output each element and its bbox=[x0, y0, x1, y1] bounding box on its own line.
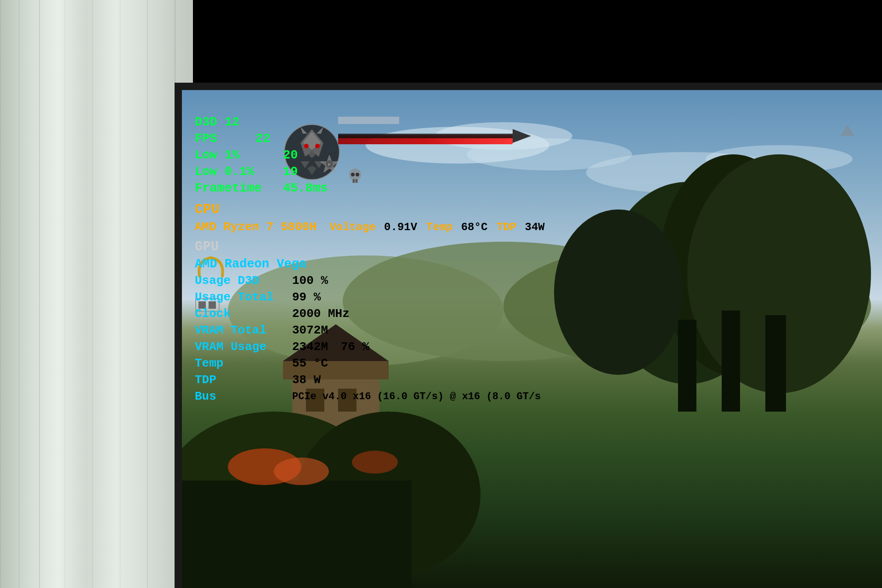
frametime-row: Frametime 45.8ms bbox=[195, 181, 545, 195]
fps-value: 22 bbox=[255, 132, 270, 146]
bus-row: Bus PCIe v4.0 x16 (16.0 GT/s) @ x16 (8.0… bbox=[195, 390, 545, 403]
low01-value: 19 bbox=[283, 165, 298, 179]
low1-value: 20 bbox=[283, 148, 298, 162]
gpu-temp-row: Temp 55 °C bbox=[195, 356, 545, 370]
scene: P bbox=[0, 0, 882, 588]
low01-label: Low 0.1% bbox=[195, 165, 277, 179]
gpu-header-row: GPU bbox=[195, 239, 545, 254]
vram-total-row: VRAM Total 3072M bbox=[195, 323, 545, 337]
low1-label: Low 1% bbox=[195, 148, 277, 162]
vram-usage-label: VRAM Usage bbox=[195, 340, 287, 354]
cpu-tdp-label: TDP bbox=[497, 221, 516, 233]
frametime-label: Frametime bbox=[195, 181, 277, 195]
gpu-temp-value: 55 °C bbox=[292, 356, 328, 370]
gpu-name: AMD Radeon Vega bbox=[195, 257, 306, 271]
hud-overlay: P bbox=[182, 90, 882, 588]
svg-rect-0 bbox=[0, 0, 193, 588]
gpu-temp-label: Temp bbox=[195, 356, 287, 370]
vram-total-label: VRAM Total bbox=[195, 323, 287, 337]
usage-total-row: Usage Total 99 % bbox=[195, 290, 545, 304]
voltage-value: 0.91V bbox=[384, 221, 417, 233]
clock-row: Clock 2000 MHz bbox=[195, 307, 545, 321]
svg-marker-58 bbox=[840, 125, 855, 136]
up-arrow-icon bbox=[838, 123, 857, 144]
fps-label: FPS bbox=[195, 132, 250, 146]
gpu-name-row: AMD Radeon Vega bbox=[195, 257, 545, 271]
vram-usage-value: 2342M bbox=[292, 340, 328, 354]
cpu-tdp-value: 34W bbox=[525, 221, 545, 233]
cpu-temp-value: 68°C bbox=[461, 221, 488, 233]
clock-value: 2000 MHz bbox=[292, 307, 350, 321]
cpu-name: AMD Ryzen 7 5800H bbox=[195, 220, 317, 234]
clock-label: Clock bbox=[195, 307, 287, 321]
cpu-name-row: AMD Ryzen 7 5800H Voltage 0.91V Temp 68°… bbox=[195, 220, 545, 234]
gpu-header: GPU bbox=[195, 239, 219, 254]
usage-d3d-row: Usage D3D 100 % bbox=[195, 274, 545, 288]
usage-total-label: Usage Total bbox=[195, 290, 287, 304]
bus-label: Bus bbox=[195, 390, 287, 403]
usage-d3d-value: 100 % bbox=[292, 274, 328, 288]
gpu-tdp-row: TDP 38 W bbox=[195, 373, 545, 387]
cpu-temp-label: Temp bbox=[426, 221, 453, 233]
game-screen: P bbox=[182, 90, 882, 588]
fps-row: FPS 22 bbox=[195, 132, 545, 146]
stats-panel: D3D 12 FPS 22 Low 1% 20 Low 0.1% 19 bbox=[195, 115, 545, 406]
bus-value: PCIe v4.0 x16 (16.0 GT/s) @ x16 (8.0 GT/… bbox=[292, 391, 541, 402]
svg-rect-5 bbox=[92, 0, 93, 588]
svg-rect-7 bbox=[147, 0, 148, 588]
voltage-label: Voltage bbox=[329, 221, 376, 233]
gpu-tdp-label: TDP bbox=[195, 373, 287, 387]
low01-row: Low 0.1% 19 bbox=[195, 165, 545, 179]
usage-d3d-label: Usage D3D bbox=[195, 274, 287, 288]
vram-total-value: 3072M bbox=[292, 323, 328, 337]
frametime-value: 45.8ms bbox=[283, 181, 328, 195]
svg-rect-1 bbox=[0, 0, 1, 588]
svg-rect-4 bbox=[64, 0, 66, 588]
vram-usage-row: VRAM Usage 2342M 76 % bbox=[195, 340, 545, 354]
svg-rect-3 bbox=[39, 0, 40, 588]
usage-total-value: 99 % bbox=[292, 290, 321, 304]
gpu-tdp-value: 38 W bbox=[292, 373, 321, 387]
svg-rect-6 bbox=[119, 0, 121, 588]
curtain-background bbox=[0, 0, 193, 588]
low1-row: Low 1% 20 bbox=[195, 148, 545, 162]
api-row: D3D 12 bbox=[195, 115, 545, 129]
cpu-header: CPU bbox=[195, 202, 220, 217]
svg-rect-2 bbox=[18, 0, 20, 588]
api-label: D3D 12 bbox=[195, 115, 239, 129]
cpu-header-row: CPU bbox=[195, 202, 545, 217]
vram-usage-pct: 76 % bbox=[341, 340, 369, 354]
